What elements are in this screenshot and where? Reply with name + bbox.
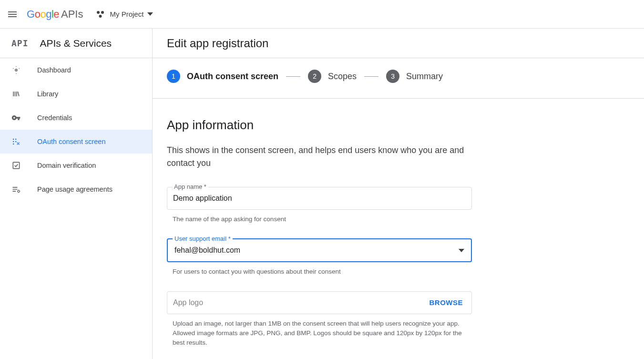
- step-number: 1: [167, 70, 180, 83]
- svg-point-5: [13, 141, 14, 143]
- field-label: App logo: [173, 298, 203, 307]
- sidebar-item-label: Domain verification: [37, 162, 96, 169]
- sidebar-item-oauth-consent[interactable]: OAuth consent screen: [0, 130, 152, 154]
- sidebar-title: APIs & Services: [40, 38, 112, 49]
- page-title: Edit app registration: [167, 37, 268, 50]
- svg-point-6: [15, 141, 17, 143]
- consent-icon: [11, 137, 21, 146]
- menu-icon[interactable]: [7, 9, 18, 20]
- step-divider: [364, 76, 378, 77]
- sidebar-item-label: Dashboard: [37, 66, 71, 74]
- dropdown-arrow-icon: [459, 249, 464, 252]
- step-summary[interactable]: 3 Summary: [386, 70, 443, 83]
- field-label: User support email *: [173, 235, 233, 242]
- field-hint: The name of the app asking for consent: [167, 215, 472, 224]
- step-number: 3: [386, 70, 399, 83]
- svg-point-0: [97, 11, 100, 14]
- svg-point-4: [15, 139, 17, 140]
- sidebar-item-page-usage[interactable]: Page usage agreements: [0, 177, 152, 201]
- step-label: Summary: [406, 72, 443, 82]
- svg-point-7: [13, 144, 14, 145]
- section-title: App information: [167, 118, 610, 133]
- sidebar-item-credentials[interactable]: Credentials: [0, 106, 152, 130]
- svg-rect-8: [13, 162, 19, 168]
- selected-value: fehal@boldhut.com: [174, 246, 240, 255]
- browse-button[interactable]: BROWSE: [429, 298, 463, 307]
- top-header: Google APIs My Project: [0, 0, 644, 29]
- app-name-input[interactable]: [167, 187, 471, 209]
- main-header: Edit app registration: [153, 29, 644, 58]
- project-name: My Project: [110, 10, 143, 18]
- sidebar-item-domain-verification[interactable]: Domain verification: [0, 154, 152, 177]
- sidebar-item-library[interactable]: Library: [0, 82, 152, 106]
- section-description: This shows in the consent screen, and he…: [167, 144, 472, 170]
- step-oauth-consent[interactable]: 1 OAuth consent screen: [167, 70, 278, 83]
- check-icon: [11, 161, 21, 170]
- support-email-group: User support email * fehal@boldhut.com F…: [167, 238, 610, 277]
- step-number: 2: [308, 70, 321, 83]
- sidebar-item-label: Credentials: [37, 114, 72, 122]
- step-scopes[interactable]: 2 Scopes: [308, 70, 357, 83]
- project-selector[interactable]: My Project: [92, 7, 158, 21]
- svg-point-9: [18, 190, 20, 192]
- sidebar: API APIs & Services Dashboard Library Cr…: [0, 29, 153, 359]
- logo-suffix: APIs: [61, 8, 83, 21]
- step-label: Scopes: [328, 72, 357, 82]
- svg-point-3: [13, 139, 14, 140]
- sidebar-item-label: Library: [37, 90, 58, 98]
- svg-point-1: [101, 11, 104, 14]
- sidebar-header: API APIs & Services: [0, 29, 152, 58]
- library-icon: [11, 89, 21, 99]
- app-name-group: App name * The name of the app asking fo…: [167, 187, 610, 224]
- field-hint: For users to contact you with questions …: [167, 267, 472, 277]
- dashboard-icon: [11, 65, 21, 75]
- app-logo-field[interactable]: App logo BROWSE: [167, 291, 472, 314]
- sidebar-item-label: OAuth consent screen: [37, 138, 105, 145]
- sidebar-item-label: Page usage agreements: [37, 185, 112, 193]
- step-divider: [286, 76, 300, 77]
- field-label: App name *: [172, 183, 208, 190]
- main-content: Edit app registration 1 OAuth consent sc…: [153, 29, 644, 359]
- step-label: OAuth consent screen: [187, 72, 278, 82]
- sidebar-item-dashboard[interactable]: Dashboard: [0, 58, 152, 82]
- app-logo-group: App logo BROWSE Upload an image, not lar…: [167, 291, 610, 348]
- google-apis-logo[interactable]: Google APIs: [27, 8, 83, 21]
- stepper: 1 OAuth consent screen 2 Scopes 3 Summar…: [153, 58, 644, 99]
- key-icon: [11, 113, 21, 123]
- dropdown-arrow-icon: [147, 12, 153, 16]
- svg-point-2: [99, 15, 102, 18]
- app-name-field[interactable]: App name *: [167, 187, 472, 210]
- support-email-select[interactable]: fehal@boldhut.com: [168, 239, 471, 261]
- project-icon: [96, 10, 105, 19]
- settings-icon: [11, 185, 21, 194]
- form-content: App information This shows in the consen…: [153, 99, 624, 359]
- api-badge: API: [11, 38, 29, 48]
- field-hint: Upload an image, not larger than 1MB on …: [167, 319, 472, 348]
- support-email-field[interactable]: User support email * fehal@boldhut.com: [167, 238, 472, 262]
